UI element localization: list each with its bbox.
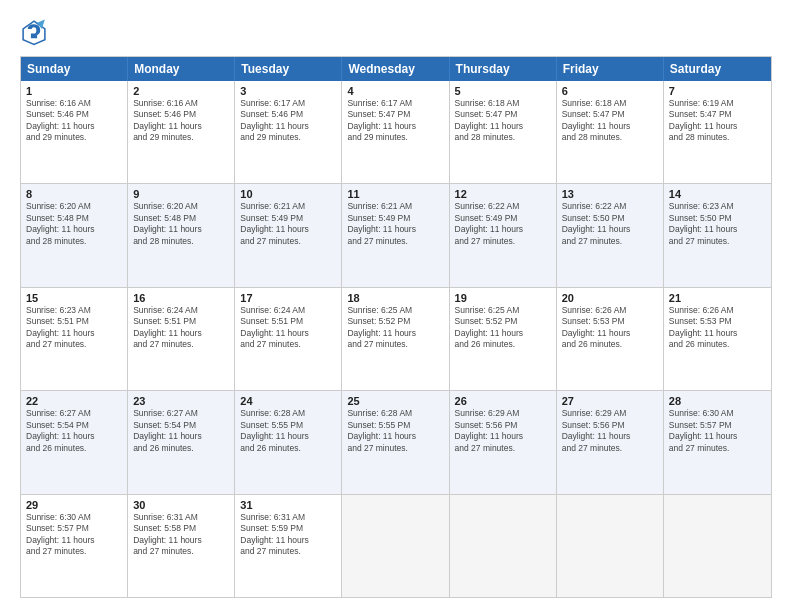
header-day: Monday (128, 57, 235, 81)
day-number: 30 (133, 499, 229, 511)
day-info: Sunrise: 6:23 AMSunset: 5:51 PMDaylight:… (26, 305, 122, 351)
day-info: Sunrise: 6:16 AMSunset: 5:46 PMDaylight:… (26, 98, 122, 144)
day-number: 31 (240, 499, 336, 511)
logo-icon (20, 18, 48, 46)
day-info: Sunrise: 6:21 AMSunset: 5:49 PMDaylight:… (240, 201, 336, 247)
day-cell: 3Sunrise: 6:17 AMSunset: 5:46 PMDaylight… (235, 81, 342, 183)
day-cell: 21Sunrise: 6:26 AMSunset: 5:53 PMDayligh… (664, 288, 771, 390)
day-cell: 6Sunrise: 6:18 AMSunset: 5:47 PMDaylight… (557, 81, 664, 183)
day-cell: 22Sunrise: 6:27 AMSunset: 5:54 PMDayligh… (21, 391, 128, 493)
day-number: 3 (240, 85, 336, 97)
day-info: Sunrise: 6:29 AMSunset: 5:56 PMDaylight:… (562, 408, 658, 454)
day-number: 2 (133, 85, 229, 97)
calendar-week: 29Sunrise: 6:30 AMSunset: 5:57 PMDayligh… (21, 494, 771, 597)
calendar-body: 1Sunrise: 6:16 AMSunset: 5:46 PMDaylight… (21, 81, 771, 597)
day-info: Sunrise: 6:30 AMSunset: 5:57 PMDaylight:… (669, 408, 766, 454)
day-number: 29 (26, 499, 122, 511)
day-number: 4 (347, 85, 443, 97)
day-number: 11 (347, 188, 443, 200)
day-cell: 20Sunrise: 6:26 AMSunset: 5:53 PMDayligh… (557, 288, 664, 390)
day-cell: 12Sunrise: 6:22 AMSunset: 5:49 PMDayligh… (450, 184, 557, 286)
day-number: 27 (562, 395, 658, 407)
day-number: 21 (669, 292, 766, 304)
calendar-week: 1Sunrise: 6:16 AMSunset: 5:46 PMDaylight… (21, 81, 771, 183)
day-number: 25 (347, 395, 443, 407)
day-info: Sunrise: 6:28 AMSunset: 5:55 PMDaylight:… (347, 408, 443, 454)
day-number: 23 (133, 395, 229, 407)
calendar: SundayMondayTuesdayWednesdayThursdayFrid… (20, 56, 772, 598)
day-info: Sunrise: 6:22 AMSunset: 5:49 PMDaylight:… (455, 201, 551, 247)
day-number: 5 (455, 85, 551, 97)
day-cell: 27Sunrise: 6:29 AMSunset: 5:56 PMDayligh… (557, 391, 664, 493)
day-cell: 5Sunrise: 6:18 AMSunset: 5:47 PMDaylight… (450, 81, 557, 183)
day-info: Sunrise: 6:18 AMSunset: 5:47 PMDaylight:… (562, 98, 658, 144)
day-info: Sunrise: 6:25 AMSunset: 5:52 PMDaylight:… (347, 305, 443, 351)
calendar-week: 22Sunrise: 6:27 AMSunset: 5:54 PMDayligh… (21, 390, 771, 493)
day-number: 20 (562, 292, 658, 304)
calendar-week: 8Sunrise: 6:20 AMSunset: 5:48 PMDaylight… (21, 183, 771, 286)
day-cell: 29Sunrise: 6:30 AMSunset: 5:57 PMDayligh… (21, 495, 128, 597)
day-cell: 26Sunrise: 6:29 AMSunset: 5:56 PMDayligh… (450, 391, 557, 493)
day-cell: 19Sunrise: 6:25 AMSunset: 5:52 PMDayligh… (450, 288, 557, 390)
day-info: Sunrise: 6:27 AMSunset: 5:54 PMDaylight:… (133, 408, 229, 454)
day-cell: 16Sunrise: 6:24 AMSunset: 5:51 PMDayligh… (128, 288, 235, 390)
header-day: Thursday (450, 57, 557, 81)
day-info: Sunrise: 6:16 AMSunset: 5:46 PMDaylight:… (133, 98, 229, 144)
day-info: Sunrise: 6:24 AMSunset: 5:51 PMDaylight:… (133, 305, 229, 351)
page: SundayMondayTuesdayWednesdayThursdayFrid… (0, 0, 792, 612)
day-number: 9 (133, 188, 229, 200)
day-cell: 4Sunrise: 6:17 AMSunset: 5:47 PMDaylight… (342, 81, 449, 183)
day-cell: 9Sunrise: 6:20 AMSunset: 5:48 PMDaylight… (128, 184, 235, 286)
day-info: Sunrise: 6:29 AMSunset: 5:56 PMDaylight:… (455, 408, 551, 454)
day-info: Sunrise: 6:17 AMSunset: 5:46 PMDaylight:… (240, 98, 336, 144)
header-day: Wednesday (342, 57, 449, 81)
day-cell: 7Sunrise: 6:19 AMSunset: 5:47 PMDaylight… (664, 81, 771, 183)
day-cell: 2Sunrise: 6:16 AMSunset: 5:46 PMDaylight… (128, 81, 235, 183)
header-day: Tuesday (235, 57, 342, 81)
day-info: Sunrise: 6:20 AMSunset: 5:48 PMDaylight:… (26, 201, 122, 247)
day-info: Sunrise: 6:23 AMSunset: 5:50 PMDaylight:… (669, 201, 766, 247)
day-cell: 28Sunrise: 6:30 AMSunset: 5:57 PMDayligh… (664, 391, 771, 493)
day-info: Sunrise: 6:20 AMSunset: 5:48 PMDaylight:… (133, 201, 229, 247)
day-info: Sunrise: 6:24 AMSunset: 5:51 PMDaylight:… (240, 305, 336, 351)
day-cell: 11Sunrise: 6:21 AMSunset: 5:49 PMDayligh… (342, 184, 449, 286)
day-info: Sunrise: 6:26 AMSunset: 5:53 PMDaylight:… (669, 305, 766, 351)
day-cell: 8Sunrise: 6:20 AMSunset: 5:48 PMDaylight… (21, 184, 128, 286)
day-cell: 24Sunrise: 6:28 AMSunset: 5:55 PMDayligh… (235, 391, 342, 493)
empty-cell (450, 495, 557, 597)
header-day: Sunday (21, 57, 128, 81)
day-cell: 14Sunrise: 6:23 AMSunset: 5:50 PMDayligh… (664, 184, 771, 286)
day-info: Sunrise: 6:31 AMSunset: 5:59 PMDaylight:… (240, 512, 336, 558)
day-cell: 17Sunrise: 6:24 AMSunset: 5:51 PMDayligh… (235, 288, 342, 390)
calendar-header: SundayMondayTuesdayWednesdayThursdayFrid… (21, 57, 771, 81)
day-number: 14 (669, 188, 766, 200)
day-cell: 13Sunrise: 6:22 AMSunset: 5:50 PMDayligh… (557, 184, 664, 286)
day-number: 18 (347, 292, 443, 304)
day-info: Sunrise: 6:30 AMSunset: 5:57 PMDaylight:… (26, 512, 122, 558)
day-number: 12 (455, 188, 551, 200)
day-cell: 31Sunrise: 6:31 AMSunset: 5:59 PMDayligh… (235, 495, 342, 597)
day-number: 28 (669, 395, 766, 407)
empty-cell (342, 495, 449, 597)
day-number: 22 (26, 395, 122, 407)
day-cell: 25Sunrise: 6:28 AMSunset: 5:55 PMDayligh… (342, 391, 449, 493)
day-number: 8 (26, 188, 122, 200)
day-number: 15 (26, 292, 122, 304)
day-info: Sunrise: 6:26 AMSunset: 5:53 PMDaylight:… (562, 305, 658, 351)
day-cell: 18Sunrise: 6:25 AMSunset: 5:52 PMDayligh… (342, 288, 449, 390)
day-number: 19 (455, 292, 551, 304)
header-day: Friday (557, 57, 664, 81)
day-info: Sunrise: 6:19 AMSunset: 5:47 PMDaylight:… (669, 98, 766, 144)
day-number: 7 (669, 85, 766, 97)
day-number: 17 (240, 292, 336, 304)
day-info: Sunrise: 6:18 AMSunset: 5:47 PMDaylight:… (455, 98, 551, 144)
day-number: 13 (562, 188, 658, 200)
day-cell: 10Sunrise: 6:21 AMSunset: 5:49 PMDayligh… (235, 184, 342, 286)
day-info: Sunrise: 6:28 AMSunset: 5:55 PMDaylight:… (240, 408, 336, 454)
day-info: Sunrise: 6:17 AMSunset: 5:47 PMDaylight:… (347, 98, 443, 144)
day-cell: 1Sunrise: 6:16 AMSunset: 5:46 PMDaylight… (21, 81, 128, 183)
day-number: 24 (240, 395, 336, 407)
day-number: 10 (240, 188, 336, 200)
day-info: Sunrise: 6:27 AMSunset: 5:54 PMDaylight:… (26, 408, 122, 454)
day-cell: 23Sunrise: 6:27 AMSunset: 5:54 PMDayligh… (128, 391, 235, 493)
